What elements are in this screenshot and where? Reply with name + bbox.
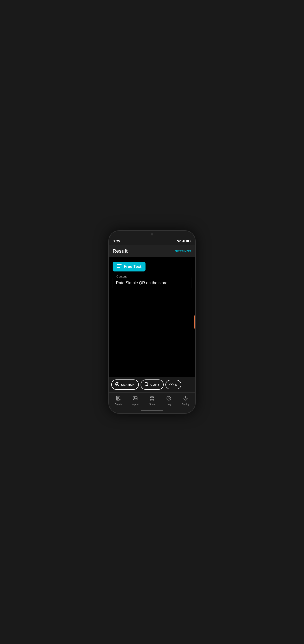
text-lines-icon [117,264,122,269]
notch-area [109,231,195,238]
svg-rect-31 [150,399,151,400]
svg-rect-3 [183,240,184,242]
nav-label-setting: Setting [182,403,189,406]
home-bar [141,410,163,411]
encode-icon [169,382,173,386]
svg-rect-29 [150,397,151,397]
svg-rect-9 [117,266,122,266]
log-icon [166,396,171,402]
nav-label-import: Import [132,403,139,406]
nav-item-scan[interactable]: Scan [144,396,160,406]
svg-rect-30 [153,397,154,397]
type-badge[interactable]: Free Text [113,262,146,272]
nav-label-scan: Scan [149,403,155,406]
signal-icon [182,239,185,243]
svg-rect-6 [186,240,189,242]
settings-button[interactable]: SETTINGS [175,250,191,253]
copy-button-label: COPY [150,383,160,386]
nav-item-setting[interactable]: Setting [177,396,194,406]
import-icon [133,396,138,402]
nav-item-import[interactable]: Import [127,396,144,406]
svg-rect-14 [145,382,147,385]
app-bar: Result SETTINGS [109,245,195,258]
home-indicator [109,408,195,413]
camera-dot [151,233,153,236]
svg-rect-7 [190,240,191,242]
copy-button[interactable]: COPY [141,380,164,390]
action-buttons-row: G SEARCH COPY [109,377,195,392]
wifi-icon [177,239,181,243]
scan-icon [150,396,154,402]
svg-rect-4 [184,240,185,242]
svg-point-34 [185,398,186,399]
content-text: Rate Simple QR on the store! [116,281,169,285]
svg-rect-8 [117,264,122,265]
main-content: Free Text Content Rate Simple QR on the … [109,258,195,377]
content-label: Content [116,275,128,278]
status-icons [177,239,190,243]
phone-frame: 7:25 [108,230,196,414]
svg-text:G: G [116,383,119,386]
content-box: Content Rate Simple QR on the store! [113,277,191,289]
status-time: 7:25 [114,240,120,243]
side-handle[interactable] [194,315,195,329]
bottom-nav: Create Import [109,392,195,408]
type-badge-label: Free Text [124,264,141,269]
create-icon [116,396,121,402]
phone-screen: 7:25 [109,231,195,413]
nav-item-create[interactable]: Create [110,396,127,406]
nav-label-log: Log [167,403,171,406]
encode-button-label: E [175,383,177,386]
copy-icon [145,382,149,387]
google-search-icon: G [115,382,119,387]
nav-item-log[interactable]: Log [160,396,177,406]
svg-rect-1 [182,242,182,242]
setting-icon [183,396,188,402]
svg-rect-32 [153,399,154,400]
svg-point-0 [179,242,179,242]
status-bar: 7:25 [109,238,195,245]
nav-label-create: Create [115,403,122,406]
svg-rect-2 [183,241,183,242]
search-button-label: SEARCH [121,383,135,386]
search-button[interactable]: G SEARCH [111,380,139,390]
svg-line-15 [171,384,172,385]
app-title: Result [113,248,128,254]
battery-icon [186,239,190,243]
encode-button[interactable]: E [165,380,182,389]
svg-rect-10 [117,267,120,268]
